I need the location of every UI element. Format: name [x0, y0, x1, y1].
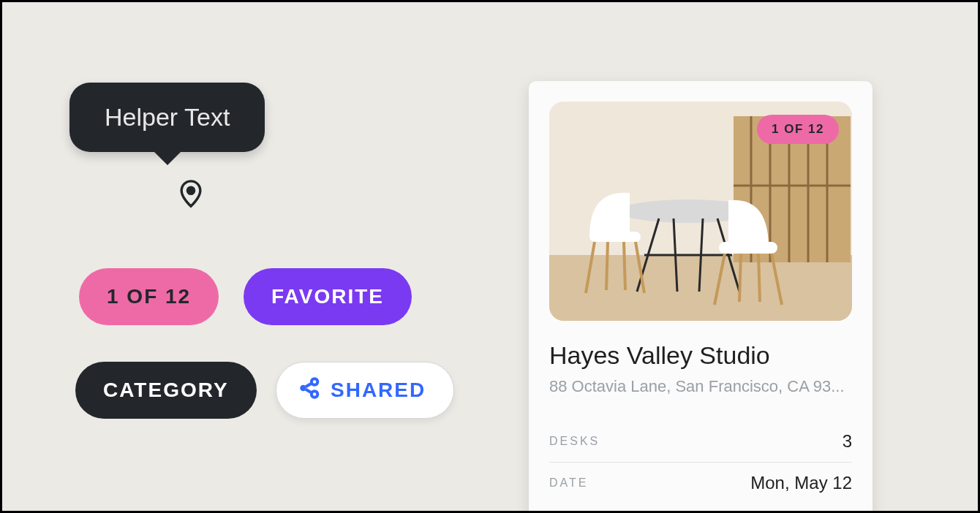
photo-count-badge: 1 OF 12	[757, 115, 839, 144]
photo-count-badge-text: 1 OF 12	[772, 122, 824, 136]
category-chip[interactable]: CATEGORY	[75, 362, 257, 419]
count-chip-label: 1 OF 12	[107, 285, 191, 308]
listing-row-label: DATE	[549, 476, 588, 490]
listing-row-desks: DESKS 3	[549, 421, 852, 463]
svg-line-30	[758, 254, 760, 302]
listing-title: Hayes Valley Studio	[549, 341, 852, 370]
share-icon	[297, 376, 322, 406]
svg-line-29	[739, 254, 741, 302]
shared-chip-label: SHARED	[331, 379, 426, 402]
svg-line-24	[606, 242, 608, 290]
helper-tooltip-text: Helper Text	[105, 103, 230, 131]
svg-rect-21	[589, 232, 641, 242]
svg-point-0	[187, 187, 194, 194]
listing-card[interactable]: 1 OF 12 Hayes Valley Studio 88 Octavia L…	[529, 81, 872, 513]
listing-row-value: 3	[843, 431, 852, 452]
svg-line-4	[306, 383, 312, 387]
category-chip-label: CATEGORY	[103, 379, 229, 402]
listing-detail-rows: DESKS 3 DATE Mon, May 12	[549, 421, 852, 503]
favorite-chip-label: FAVORITE	[271, 285, 384, 308]
shared-chip[interactable]: SHARED	[276, 362, 454, 419]
listing-photo[interactable]: 1 OF 12	[549, 102, 852, 321]
helper-tooltip: Helper Text	[69, 83, 265, 152]
svg-line-25	[624, 242, 625, 290]
listing-row-label: DESKS	[549, 435, 600, 448]
favorite-chip[interactable]: FAVORITE	[244, 268, 412, 325]
svg-line-5	[306, 389, 312, 392]
listing-row-value: Mon, May 12	[750, 473, 852, 493]
count-chip[interactable]: 1 OF 12	[79, 268, 219, 325]
svg-rect-26	[719, 242, 777, 254]
map-pin-icon[interactable]	[178, 179, 204, 211]
listing-row-date: DATE Mon, May 12	[549, 463, 852, 503]
listing-address: 88 Octavia Lane, San Francisco, CA 93...	[549, 377, 852, 396]
